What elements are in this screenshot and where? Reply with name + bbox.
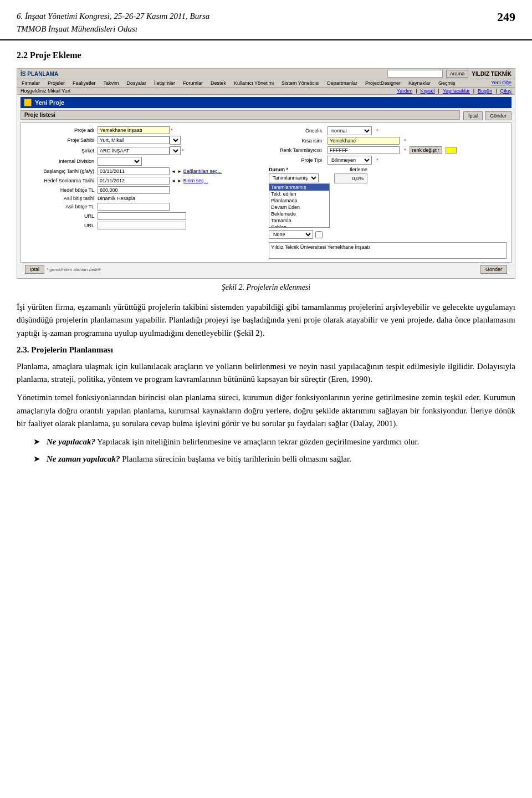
menu-destek[interactable]: Destek: [209, 80, 227, 86]
none-select[interactable]: None: [269, 230, 313, 239]
renk-input[interactable]: [328, 146, 400, 154]
asil-butce-input[interactable]: [98, 203, 170, 211]
breadcrumb-sep3: |: [473, 88, 474, 94]
gonder-bottom-button[interactable]: Gönder: [480, 265, 507, 274]
iptal-top-button[interactable]: İptal: [463, 111, 483, 120]
header-line1: 6. İnşaat Yönetimi Kongresi, 25-26-27 Ka…: [17, 10, 209, 23]
search-button[interactable]: Arama: [446, 70, 469, 78]
durum-section: Durum * Tanımlanmamış Tanımlanmamış Tekf…: [269, 167, 330, 239]
internal-division-label: Internal Division: [25, 158, 98, 164]
proje-adi-input[interactable]: [98, 126, 170, 134]
kisa-isim-input[interactable]: [328, 137, 400, 145]
durum-item-tekf[interactable]: Tekf. edilen: [269, 191, 329, 197]
asil-butce-label: Asil bütçe TL: [25, 204, 98, 209]
app-topbar: İS PLANLAMA Arama YILDIZ TEKNİK: [17, 69, 515, 79]
breadcrumb-yapilacaklar[interactable]: Yapılacaklar: [443, 88, 470, 94]
proje-sahibi-row: Proje Sahibi: [25, 136, 263, 145]
ilerleme-section: İlerleme 0,0%: [334, 167, 367, 239]
brand-label: YILDIZ TEKNİK: [472, 71, 511, 77]
search-input[interactable]: [387, 70, 443, 78]
proje-sahibi-select[interactable]: [170, 136, 181, 145]
durum-label: Durum *: [269, 167, 330, 172]
durum-checkbox[interactable]: [315, 231, 323, 238]
url1-label: URL: [25, 213, 98, 219]
asil-bitis-label: Asil bitiş tarihi: [25, 196, 98, 201]
breadcrumb-links: Yardım | Kişisel | Yapılacaklar | Bugün …: [397, 88, 511, 94]
breadcrumb-bugun[interactable]: Bugün: [478, 88, 492, 94]
bullet-2-text: Planlama sürecinin başlama ve bitiş tari…: [122, 454, 351, 463]
app-screenshot: İS PLANLAMA Arama YILDIZ TEKNİK Firmalar…: [17, 68, 515, 279]
paragraph-1: İşi yürüten firma, eşzamanlı yürüttüğü p…: [17, 301, 515, 340]
form-two-col: Proje adı * Proje Sahibi Şirket: [25, 126, 507, 259]
menu-kullanici[interactable]: Kullanıcı Yönetimi: [233, 80, 275, 86]
proje-tipi-select[interactable]: Bilinmeyen: [328, 156, 372, 165]
iptal-bottom-button[interactable]: İptal: [25, 265, 44, 274]
oncelik-label: Öncelik: [269, 128, 324, 134]
section-title: 2.2 Proje Ekleme: [17, 50, 515, 60]
menu-takvim[interactable]: Takvim: [103, 80, 120, 86]
sirket-select[interactable]: [170, 146, 181, 155]
menu-departmanlar[interactable]: Departmanlar: [326, 80, 359, 86]
renk-btn[interactable]: renk değiştir: [410, 146, 442, 154]
breadcrumb-bar: Hoşgeldiniz Mikail Yurt Yardım | Kişisel…: [17, 88, 515, 95]
kisa-isim-row: Kısa isim *: [269, 137, 507, 145]
menu-firmalar[interactable]: Firmalar: [21, 80, 41, 86]
breadcrumb-cikis[interactable]: Çıkış: [500, 88, 511, 94]
win-titlebar: Yeni Proje: [21, 97, 511, 108]
durum-listbox[interactable]: Tanımlanmamış Tekf. edilen Planlamada De…: [269, 183, 330, 228]
menu-faaliyetler[interactable]: Faaliyetler: [71, 80, 97, 86]
breadcrumb-kisisel[interactable]: Kişisel: [421, 88, 435, 94]
menu-projectdesigner[interactable]: ProjectDesigner: [364, 80, 402, 86]
date-next-1[interactable]: ►: [177, 169, 182, 174]
durum-dropdown[interactable]: Tanımlanmamış: [269, 173, 319, 182]
required-note: * gerekli olan alanları belirtir: [47, 267, 101, 272]
url2-input[interactable]: [98, 222, 186, 229]
figure-caption: Şekil 2. Projelerin eklenmesi: [17, 283, 515, 292]
menu-kaynaklar[interactable]: Kaynaklar: [407, 80, 432, 86]
date-next-2[interactable]: ►: [177, 178, 182, 183]
none-row: None: [269, 230, 330, 239]
internal-division-select[interactable]: [98, 157, 142, 166]
url1-input[interactable]: [98, 212, 186, 220]
durum-item-tanimsiz[interactable]: Tanımlanmamış: [269, 184, 329, 191]
menu-iletisimler[interactable]: İletişimler: [153, 80, 176, 86]
menu-dosyalar[interactable]: Dosyalar: [126, 80, 148, 86]
app-name: İS PLANLAMA: [21, 71, 58, 77]
header-line2: TMMOB İnşaat Mühendisleri Odası: [17, 23, 209, 35]
asil-bitis-value: Dinamik Hesapla: [98, 196, 135, 201]
page-number: 249: [497, 10, 515, 24]
main-content: 2.2 Proje Ekleme İS PLANLAMA Arama YILDI…: [0, 50, 532, 466]
bullet-arrow-1: ➤: [33, 436, 44, 448]
new-item-btn[interactable]: Yeni Öğe: [491, 80, 511, 86]
bullet-item-1: ➤ Ne yapılacak? Yapılacak işin niteliğin…: [33, 436, 515, 448]
oncelik-asterisk: *: [376, 128, 378, 134]
sirket-input[interactable]: [98, 147, 170, 155]
menu-bar: Firmalar Projeler Faaliyetler Takvim Dos…: [17, 79, 515, 88]
breadcrumb-yardim[interactable]: Yardım: [397, 88, 412, 94]
hedef-butce-input[interactable]: [98, 186, 170, 194]
hedef-input[interactable]: [98, 177, 170, 185]
page-header: 6. İnşaat Yönetimi Kongresi, 25-26-27 Ka…: [0, 0, 532, 40]
durum-item-bekleme[interactable]: Beklemede: [269, 211, 329, 217]
menu-projeler[interactable]: Projeler: [47, 80, 66, 86]
menu-forumlar[interactable]: Forumlar: [182, 80, 204, 86]
oncelik-select[interactable]: normal: [328, 126, 372, 135]
baslangic-input[interactable]: [98, 167, 170, 175]
menu-gecmis[interactable]: Geçmiş: [437, 80, 457, 86]
durum-item-tamamla[interactable]: Tamamla: [269, 217, 329, 224]
durum-item-planlama[interactable]: Planlamada: [269, 197, 329, 204]
desc-box[interactable]: Yıldız Teknik Üniversitesi Yemekhane İnş…: [269, 242, 507, 259]
date-prev-1[interactable]: ◄: [171, 169, 176, 174]
birim-sec-link[interactable]: Birim seç...: [183, 178, 208, 183]
date-prev-2[interactable]: ◄: [171, 178, 176, 183]
durum-item-devam[interactable]: Devam Eden: [269, 204, 329, 211]
gonder-top-button[interactable]: Gönder: [485, 111, 511, 120]
durum-item-sablon[interactable]: Şablon: [269, 224, 329, 228]
proje-sahibi-input[interactable]: [98, 136, 170, 144]
bullet-content-1: Ne yapılacak? Yapılacak işin niteliğinin…: [47, 436, 419, 448]
form-bottom: İptal * gerekli olan alanları belirtir G…: [21, 263, 511, 276]
baglantilan-sec-link[interactable]: Bağlantılan seç...: [183, 168, 222, 174]
menu-sistem[interactable]: Sistem Yöneticisi: [280, 80, 320, 86]
sirket-asterisk: *: [182, 148, 184, 154]
kisa-isim-asterisk: *: [404, 138, 406, 144]
